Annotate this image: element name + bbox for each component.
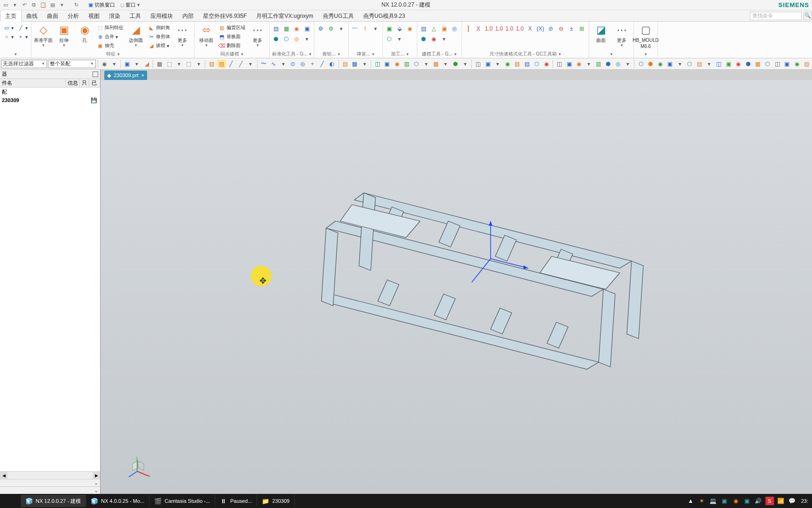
mfg-dropdown-icon[interactable]: ▾ — [395, 35, 404, 43]
fb-icon-20[interactable]: ◎ — [298, 60, 307, 68]
fb-icon-7[interactable]: ⬚ — [165, 60, 174, 68]
fb-icon-19[interactable]: ⊙ — [289, 60, 297, 68]
dim-icon-2[interactable]: X — [474, 24, 483, 33]
dim-icon-11[interactable]: ± — [567, 24, 576, 33]
std-icon-1[interactable]: ▤ — [272, 24, 280, 33]
nav-collapse-2[interactable]: ⌄ — [0, 486, 100, 494]
menu-surface[interactable]: 曲面 — [42, 10, 63, 22]
tree-row[interactable]: 配 — [0, 87, 100, 96]
fb-icon-53[interactable]: ⬡ — [636, 60, 645, 68]
fb-icon-2[interactable]: ▾ — [109, 60, 118, 68]
surface-more-button[interactable]: ⋯更多▾ — [612, 23, 632, 48]
spring-dropdown-icon[interactable]: ▾ — [371, 24, 380, 33]
nav-tree[interactable]: 配 230309💾 — [0, 87, 100, 471]
tray-app2-icon[interactable]: ◉ — [732, 497, 740, 505]
fb-icon-59[interactable]: ▤ — [695, 60, 704, 68]
fb-icon-48[interactable]: ▾ — [584, 60, 593, 68]
gear-icon-2[interactable]: ⚙ — [327, 24, 335, 33]
nav-hscroll[interactable]: ◀▶ — [0, 471, 100, 479]
gear-dropdown-icon[interactable]: ▾ — [337, 24, 345, 33]
fb-icon-60[interactable]: ▾ — [704, 60, 713, 68]
menu-view[interactable]: 视图 — [84, 10, 104, 22]
fb-icon-52[interactable]: ▾ — [623, 60, 632, 68]
model-icon-2[interactable]: △ — [429, 24, 438, 33]
search-input[interactable]: 查找命令 — [750, 12, 802, 20]
fb-icon-42[interactable]: ▤ — [523, 60, 531, 68]
tray-wechat-icon[interactable]: 💬 — [788, 497, 796, 505]
task-folder[interactable]: 📁230309 — [257, 495, 295, 507]
hb-mould-button[interactable]: ▢HB_MOULDM6.6 — [636, 23, 656, 49]
fb-icon-46[interactable]: ▣ — [565, 60, 574, 68]
fb-icon-24[interactable]: ▤ — [341, 60, 350, 68]
window-button[interactable]: □窗口▾ — [119, 1, 142, 8]
col-name[interactable]: 件名 — [0, 79, 66, 87]
dim-icon-6[interactable]: 1.0 — [515, 24, 524, 33]
nav-collapse-1[interactable]: ⌄ — [0, 479, 100, 486]
gear-icon-1[interactable]: ⚙ — [316, 24, 325, 33]
sketch-point-button[interactable]: +▾ — [16, 32, 29, 41]
model-icon-6[interactable]: ◉ — [429, 35, 438, 43]
selection-filter-combo[interactable]: 无选择过滤器▼ — [1, 60, 47, 68]
close-icon[interactable]: × — [141, 72, 144, 78]
fb-icon-6[interactable]: ▦ — [155, 60, 164, 68]
dim-icon-8[interactable]: (X) — [536, 24, 545, 33]
datum-plane-button[interactable]: ◇基准平面▾ — [33, 23, 53, 48]
new-icon[interactable]: ▭ — [2, 1, 9, 9]
fb-icon-57[interactable]: ▾ — [675, 60, 684, 68]
feature-more-button[interactable]: ⋯更多▾ — [172, 23, 192, 48]
fb-icon-31[interactable]: ⬡ — [412, 60, 421, 68]
tray-vol-icon[interactable]: 🔊 — [754, 497, 763, 505]
model-dropdown-icon[interactable]: ▾ — [440, 35, 448, 43]
fb-icon-58[interactable]: ⬡ — [685, 60, 694, 68]
std-icon-5[interactable]: ⬢ — [272, 35, 280, 43]
menu-curve[interactable]: 曲线 — [22, 10, 42, 22]
tray-up-icon[interactable]: ▲ — [687, 497, 695, 505]
fb-icon-8[interactable]: ▾ — [175, 60, 184, 68]
dropdown2-icon[interactable]: ▾ — [58, 1, 66, 9]
redo-icon[interactable]: ↻ — [72, 1, 80, 9]
fb-icon-16[interactable]: 〜 — [259, 60, 268, 68]
mfg-icon-1[interactable]: ▣ — [385, 24, 393, 33]
dim-icon-5[interactable]: 1.0 — [505, 24, 514, 33]
undo-icon[interactable]: ↶ — [21, 1, 28, 9]
chamfer-button[interactable]: ◣倒斜角 — [147, 24, 172, 32]
fb-icon-45[interactable]: ◫ — [555, 60, 564, 68]
std-icon-7[interactable]: ◎ — [292, 35, 301, 43]
std-dropdown-icon[interactable]: ▾ — [303, 35, 311, 43]
spring-icon-2[interactable]: ⌇ — [361, 24, 369, 33]
fb-icon-70[interactable]: ▤ — [802, 60, 811, 68]
fb-icon-18[interactable]: ▾ — [279, 60, 288, 68]
fb-icon-56[interactable]: ▣ — [665, 60, 674, 68]
fb-icon-55[interactable]: ◉ — [656, 60, 665, 68]
menu-xingkong[interactable]: 星空外挂V6.935F — [198, 10, 251, 22]
fb-icon-66[interactable]: ⬡ — [763, 60, 772, 68]
fb-icon-22[interactable]: ╱ — [318, 60, 327, 68]
menu-render[interactable]: 渲染 — [104, 10, 125, 22]
fb-icon-54[interactable]: ⬢ — [646, 60, 655, 68]
switch-window-button[interactable]: ▣切换窗口 — [86, 1, 117, 8]
fb-icon-63[interactable]: ◉ — [734, 60, 743, 68]
unite-button[interactable]: ⊕合并▾ — [95, 32, 125, 41]
dim-icon-12[interactable]: ⊞ — [578, 24, 586, 33]
pattern-button[interactable]: ⬚阵列特征 — [95, 24, 125, 32]
menu-home[interactable]: 主页 — [0, 10, 22, 22]
replace-face-button[interactable]: ⬒替换面 — [217, 32, 247, 41]
fb-icon-39[interactable]: ▾ — [493, 60, 502, 68]
menu-internal[interactable]: 内部 — [178, 10, 198, 22]
fb-icon-5[interactable]: ◢ — [142, 60, 151, 68]
spring-icon-1[interactable]: 〰 — [351, 24, 359, 33]
menu-analysis[interactable]: 分析 — [63, 10, 84, 22]
fb-icon-13[interactable]: ╱ — [227, 60, 236, 68]
fb-icon-9[interactable]: ⬚ — [185, 60, 194, 68]
menu-app[interactable]: 应用模块 — [146, 10, 178, 22]
fb-icon-38[interactable]: ▣ — [484, 60, 492, 68]
fb-icon-34[interactable]: ▾ — [441, 60, 450, 68]
mfg-icon-3[interactable]: ◉ — [406, 24, 414, 33]
std-icon-4[interactable]: ▣ — [303, 24, 311, 33]
dim-icon-9[interactable]: ⊘ — [547, 24, 555, 33]
fb-icon-49[interactable]: ▥ — [594, 60, 603, 68]
trim-button[interactable]: ✂修剪体 — [147, 32, 172, 41]
fb-icon-36[interactable]: ▾ — [461, 60, 470, 68]
fb-icon-12[interactable]: ▨ — [217, 60, 226, 68]
fb-icon-15[interactable]: ▾ — [246, 60, 255, 68]
